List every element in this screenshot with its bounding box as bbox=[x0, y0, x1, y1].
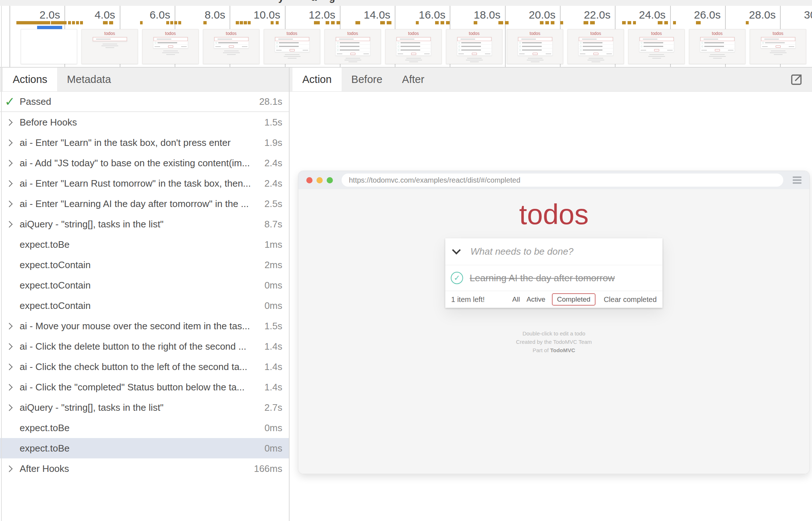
timeline-tick-label: 16.0s bbox=[419, 9, 445, 21]
action-label: ai - Move your mouse over the second ite… bbox=[20, 321, 260, 332]
info-line: Double-click to edit a todo bbox=[298, 329, 809, 338]
filter-all[interactable]: All bbox=[512, 295, 520, 303]
filmstrip-thumbnail[interactable]: todos bbox=[446, 29, 502, 64]
open-snapshot-external-icon[interactable] bbox=[789, 73, 803, 87]
action-duration: 2.4s bbox=[264, 158, 282, 169]
tab-actions[interactable]: Actions bbox=[3, 68, 57, 91]
tab-after[interactable]: After bbox=[392, 68, 434, 91]
action-row[interactable]: expect.toContain0ms bbox=[0, 295, 289, 316]
action-label: Before Hooks bbox=[20, 117, 260, 128]
mini-todos-title: todos bbox=[325, 31, 381, 36]
todo-checked-icon[interactable]: ✓ bbox=[451, 272, 463, 284]
tab-metadata[interactable]: Metadata bbox=[57, 68, 121, 91]
action-label: ai - Click the delete button to the righ… bbox=[20, 341, 260, 352]
action-row[interactable]: ai - Move your mouse over the second ite… bbox=[0, 316, 289, 336]
filmstrip-thumbnail[interactable]: todos bbox=[628, 29, 685, 64]
mini-todos-title: todos bbox=[143, 31, 198, 36]
selected-action-range bbox=[37, 26, 62, 29]
expand-chevron-icon bbox=[0, 405, 20, 410]
expand-chevron-icon bbox=[0, 181, 20, 186]
action-time-mark bbox=[498, 21, 503, 24]
action-label: ai - Click the "completed" Status button… bbox=[20, 382, 260, 393]
timeline[interactable]: 2.0s4.0s6.0s8.0s10.0s12.0s14.0s16.0s18.0… bbox=[0, 6, 812, 68]
actions-panel: Actions Metadata ✓Passed28.1sBefore Hook… bbox=[0, 68, 289, 521]
action-row[interactable]: expect.toBe1ms bbox=[0, 234, 289, 255]
filter-completed[interactable]: Completed bbox=[552, 293, 596, 306]
action-row[interactable]: ai - Enter "Learning AI the day after to… bbox=[0, 194, 289, 214]
timeline-tick-label: 24.0s bbox=[639, 9, 665, 21]
action-time-mark bbox=[584, 21, 588, 24]
filmstrip-thumbnail[interactable]: todos bbox=[264, 29, 320, 64]
action-row[interactable]: ai - Add "JS today" to base on the exist… bbox=[0, 153, 289, 173]
filmstrip-thumbnail[interactable]: todos bbox=[507, 29, 563, 64]
timeline-gridline bbox=[9, 6, 10, 67]
action-duration: 2ms bbox=[264, 259, 282, 271]
action-duration: 1.5s bbox=[264, 117, 282, 128]
action-duration: 0ms bbox=[264, 443, 282, 454]
action-row[interactable]: After Hooks166ms bbox=[0, 458, 289, 479]
timeline-tick-label: 2.0s bbox=[40, 9, 60, 21]
mini-todos-title: todos bbox=[264, 31, 320, 36]
filmstrip-thumbnail[interactable]: todos bbox=[81, 29, 138, 64]
action-row[interactable]: expect.toContain2ms bbox=[0, 255, 289, 275]
action-row[interactable]: expect.toBe0ms bbox=[0, 438, 289, 458]
close-dot-icon bbox=[306, 177, 313, 183]
action-row[interactable]: expect.toBe0ms bbox=[0, 418, 289, 438]
action-time-mark bbox=[72, 21, 75, 24]
action-row[interactable]: expect.toContain0ms bbox=[0, 275, 289, 295]
traffic-lights bbox=[306, 177, 333, 183]
todo-app-info: Double-click to edit a todo Created by t… bbox=[298, 329, 809, 354]
action-row[interactable]: ai - Click the "completed" Status button… bbox=[0, 377, 289, 397]
action-time-mark bbox=[248, 21, 251, 24]
action-row[interactable]: Before Hooks1.5s bbox=[0, 112, 289, 132]
timeline-tick-label: 8.0s bbox=[204, 9, 225, 21]
filmstrip-thumbnail[interactable] bbox=[21, 29, 77, 64]
action-label: expect.toBe bbox=[20, 239, 260, 250]
timeline-tick-label: 28.0s bbox=[749, 9, 776, 21]
action-label: ai - Enter "Learn" in the task box, don'… bbox=[20, 137, 260, 148]
filmstrip-thumbnail[interactable]: todos bbox=[750, 29, 806, 64]
trace-viewer: y ag 2.0s4.0s6.0s8.0s10.0s12.0s14.0s16.0… bbox=[0, 0, 812, 521]
timeline-tick-label: 12.0s bbox=[309, 9, 335, 21]
action-duration: 1.5s bbox=[264, 321, 282, 332]
expand-chevron-icon bbox=[0, 344, 20, 349]
action-time-mark bbox=[103, 21, 108, 24]
toggle-all-chevron-icon[interactable] bbox=[452, 246, 461, 254]
timeline-tick-label: 4.0s bbox=[95, 9, 115, 21]
panel-splitter[interactable] bbox=[289, 68, 290, 521]
action-label: expect.toContain bbox=[20, 300, 260, 311]
filmstrip-thumbnail[interactable]: todos bbox=[325, 29, 381, 64]
action-time-mark bbox=[505, 21, 509, 24]
test-status-row[interactable]: ✓Passed28.1s bbox=[0, 92, 289, 112]
timeline-tick-label: 10.0s bbox=[254, 9, 280, 21]
action-row[interactable]: aiQuery - "string[], tasks in the list"8… bbox=[0, 214, 289, 234]
action-row[interactable]: ai - Enter "Learn" in the task box, don'… bbox=[0, 132, 289, 153]
action-row[interactable]: ai - Click the delete button to the righ… bbox=[0, 336, 289, 357]
action-time-mark bbox=[746, 21, 749, 24]
mini-todos-title: todos bbox=[568, 31, 624, 36]
filmstrip-thumbnail[interactable]: todos bbox=[203, 29, 259, 64]
action-row[interactable]: aiQuery - "string[], tasks in the list"2… bbox=[0, 397, 289, 418]
tab-action[interactable]: Action bbox=[292, 68, 342, 91]
maximize-dot-icon bbox=[327, 177, 333, 183]
action-time-mark bbox=[174, 21, 177, 24]
action-duration: 1.9s bbox=[264, 137, 282, 148]
browser-snapshot-window: https://todomvc.com/examples/react/dist/… bbox=[298, 171, 809, 474]
new-todo-input[interactable]: What needs to be done? bbox=[470, 246, 573, 257]
expand-chevron-icon bbox=[0, 222, 20, 227]
todomvc-link[interactable]: TodoMVC bbox=[550, 347, 575, 353]
action-time-mark bbox=[178, 21, 181, 24]
action-row[interactable]: ai - Enter "Learn Rust tomorrow" in the … bbox=[0, 173, 289, 194]
filmstrip-thumbnail[interactable]: todos bbox=[142, 29, 199, 64]
filmstrip-thumbnail[interactable]: todos bbox=[385, 29, 442, 64]
action-row[interactable]: ai - Click the check button to the left … bbox=[0, 357, 289, 377]
action-time-mark bbox=[76, 21, 79, 24]
action-time-mark bbox=[551, 21, 554, 24]
todo-item-label[interactable]: Learning AI the day after tomorrow bbox=[470, 273, 615, 284]
filmstrip-thumbnail[interactable]: todos bbox=[689, 29, 745, 64]
filter-active[interactable]: Active bbox=[526, 295, 545, 303]
action-time-mark bbox=[244, 21, 247, 24]
tab-before[interactable]: Before bbox=[342, 68, 392, 91]
timeline-tick-label: 30.0s bbox=[804, 9, 812, 21]
filmstrip-thumbnail[interactable]: todos bbox=[568, 29, 624, 64]
